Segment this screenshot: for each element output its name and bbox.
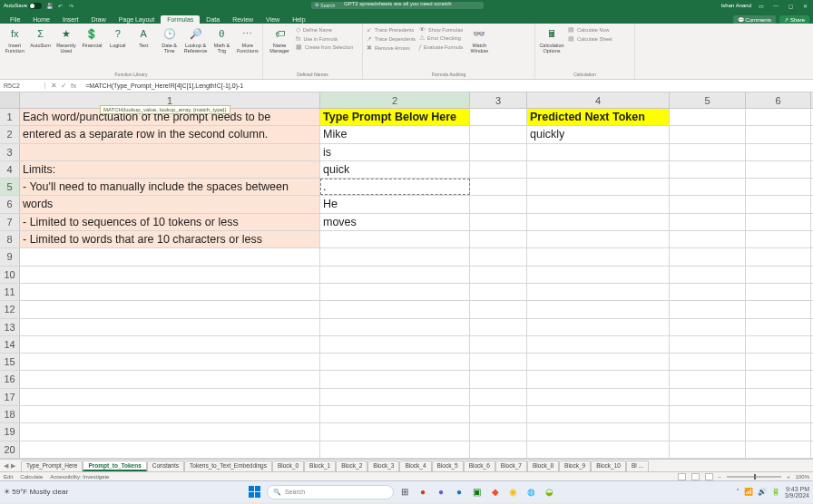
normal-view-button[interactable]	[678, 473, 686, 480]
cell[interactable]	[470, 248, 527, 265]
cell[interactable]	[527, 441, 670, 458]
cell[interactable]	[527, 179, 670, 195]
start-button[interactable]	[247, 484, 263, 500]
cell[interactable]	[746, 248, 811, 265]
cell[interactable]	[527, 319, 670, 335]
cell[interactable]	[670, 319, 746, 335]
row-header[interactable]: 10	[0, 267, 20, 283]
cell[interactable]	[470, 354, 527, 370]
undo-icon[interactable]: ↶	[56, 2, 64, 9]
cell[interactable]	[20, 371, 320, 387]
enter-formula-icon[interactable]: ✓	[61, 82, 67, 90]
cell[interactable]	[20, 248, 320, 265]
select-all-corner[interactable]	[0, 92, 20, 108]
volume-icon[interactable]: 🔊	[758, 488, 767, 496]
cell[interactable]	[320, 319, 470, 335]
cell[interactable]	[320, 336, 470, 353]
row-header[interactable]: 20	[0, 441, 20, 458]
cell[interactable]	[746, 231, 811, 247]
ribbon-tab-data[interactable]: Data	[200, 15, 226, 24]
row-header[interactable]: 18	[0, 406, 20, 422]
cell[interactable]	[527, 371, 670, 387]
cell[interactable]	[320, 371, 470, 387]
financial-button[interactable]: 💲Financial	[81, 25, 103, 48]
cell[interactable]: words	[20, 196, 320, 212]
row-header[interactable]: 11	[0, 284, 20, 300]
cell[interactable]	[746, 319, 811, 335]
col-header[interactable]: 3	[470, 92, 527, 108]
cell[interactable]	[670, 354, 746, 370]
cell[interactable]	[746, 441, 811, 458]
cell[interactable]	[320, 248, 470, 265]
ribbon-tab-home[interactable]: Home	[26, 15, 56, 24]
sheet-tab[interactable]: Block_10	[591, 460, 626, 471]
col-header[interactable]: 2	[320, 92, 470, 108]
taskbar-search[interactable]: 🔍Search	[267, 485, 394, 499]
ribbon-tab-view[interactable]: View	[260, 15, 286, 24]
cell[interactable]	[20, 406, 320, 422]
cell[interactable]	[670, 336, 746, 353]
cell[interactable]	[746, 423, 811, 440]
autosave-toggle[interactable]: AutoSave	[4, 3, 42, 9]
sheet-nav-prev-icon[interactable]: ◀	[4, 462, 8, 470]
save-icon[interactable]: 💾	[45, 2, 53, 9]
row-header[interactable]: 2	[0, 126, 20, 142]
ribbon-tab-draw[interactable]: Draw	[84, 15, 112, 24]
sheet-tab[interactable]: Block_4	[399, 460, 431, 471]
cell[interactable]	[320, 441, 470, 458]
cell[interactable]: quickly	[527, 126, 670, 142]
cell[interactable]	[470, 214, 527, 230]
cell[interactable]	[670, 423, 746, 440]
trace-precedents-button[interactable]: ↙Trace Precedents	[367, 25, 416, 34]
cell[interactable]: - You'll need to manually include the sp…	[20, 179, 320, 195]
cell[interactable]: He	[320, 196, 470, 212]
cell[interactable]	[527, 231, 670, 247]
cell[interactable]	[670, 406, 746, 422]
sheet-tab[interactable]: Block_8	[527, 460, 559, 471]
cell[interactable]	[746, 196, 811, 212]
formula-input[interactable]: =MATCH(Type_Prompt_Here!R[4]C[1],Length!…	[82, 82, 813, 89]
cell[interactable]: entered as a separate row in the second …	[20, 126, 320, 142]
close-icon[interactable]: ✕	[800, 3, 809, 9]
use-in-formula-button[interactable]: fxUse in Formula	[296, 34, 353, 43]
cell[interactable]	[746, 126, 811, 142]
cell[interactable]	[527, 161, 670, 178]
date-time-button[interactable]: 🕒Date & Time	[158, 25, 180, 53]
cell[interactable]: - Limited to sequences of 10 tokens or l…	[20, 214, 320, 230]
sheet-tab[interactable]: Block_6	[464, 460, 495, 471]
sheet-tab[interactable]: Block_5	[432, 460, 464, 471]
recently-used-button[interactable]: ★Recently Used	[55, 25, 77, 53]
cell[interactable]	[470, 301, 527, 317]
sheet-tab[interactable]: Block_1	[304, 460, 336, 471]
create-from-selection-button[interactable]: ▦Create from Selection	[296, 43, 353, 52]
cell[interactable]	[470, 161, 527, 178]
cell[interactable]	[527, 248, 670, 265]
taskbar-date[interactable]: 3/9/2024	[785, 492, 809, 499]
sheet-tab[interactable]: Block_3	[367, 460, 399, 471]
cell[interactable]	[470, 267, 527, 283]
wifi-icon[interactable]: 📶	[744, 488, 753, 496]
cell[interactable]	[320, 354, 470, 370]
cell[interactable]	[670, 126, 746, 142]
cell[interactable]	[320, 301, 470, 317]
evaluate-formula-button[interactable]: 𝑓Evaluate Formula	[419, 43, 463, 52]
row-header[interactable]: 1	[0, 109, 20, 125]
cell[interactable]	[527, 354, 670, 370]
app-icon[interactable]: ●	[434, 485, 448, 499]
cell[interactable]	[470, 441, 527, 458]
col-header[interactable]: 5	[670, 92, 746, 108]
cell[interactable]: Type Prompt Below Here	[320, 109, 470, 125]
cell[interactable]	[527, 284, 670, 300]
autosum-button[interactable]: ΣAutoSum	[29, 25, 51, 48]
minimize-icon[interactable]: —	[771, 3, 780, 8]
user-name[interactable]: Ishan Anand	[721, 3, 751, 8]
ribbon-tab-insert[interactable]: Insert	[56, 15, 85, 24]
cell[interactable]	[746, 214, 811, 230]
cell[interactable]	[527, 214, 670, 230]
cell[interactable]	[746, 301, 811, 317]
remove-arrows-button[interactable]: ✖Remove Arrows	[367, 44, 416, 53]
cell[interactable]	[470, 196, 527, 212]
sheet-tab[interactable]: Block_7	[495, 460, 527, 471]
cell[interactable]	[746, 179, 811, 195]
cell[interactable]	[470, 406, 527, 422]
